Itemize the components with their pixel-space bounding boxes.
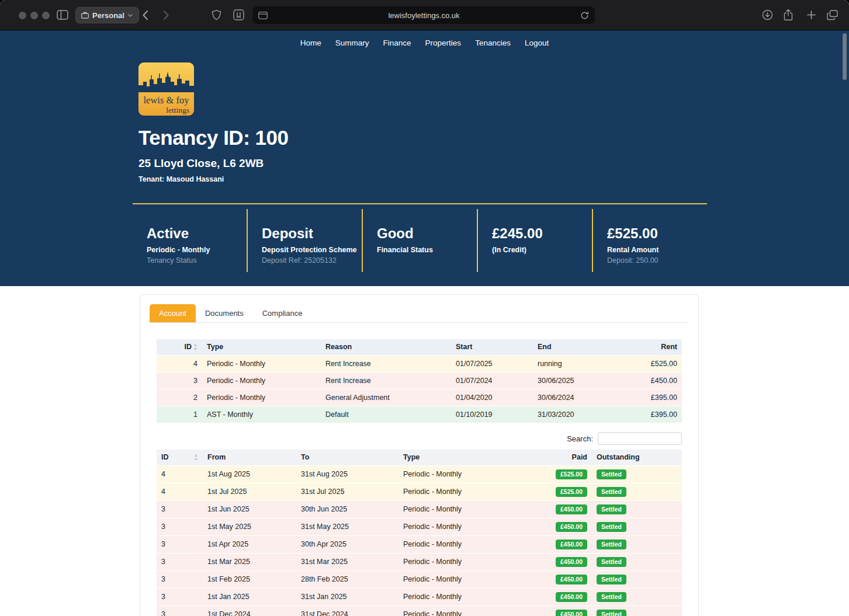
cell-from: 1st May 2025 xyxy=(203,518,296,535)
settled-badge: Settled xyxy=(597,487,626,497)
nav-link[interactable]: Finance xyxy=(383,39,411,47)
close-window-button[interactable] xyxy=(19,12,26,19)
zoom-window-button[interactable] xyxy=(42,12,50,19)
cell-id: 4 xyxy=(157,483,203,500)
property-address: 25 Lloyd Close, L6 2WB xyxy=(138,156,707,170)
table-header-row: ID Type Reason Start End Rent xyxy=(157,339,682,355)
tab[interactable]: Account xyxy=(150,304,196,322)
settled-badge: Settled xyxy=(597,540,626,549)
address-bar[interactable]: lewisfoylettings.co.uk xyxy=(252,6,595,24)
tab[interactable]: Documents xyxy=(196,304,253,322)
stat-caption: Deposit: 250.00 xyxy=(607,256,702,265)
nav-link[interactable]: Summary xyxy=(335,39,369,47)
column-header-type[interactable]: Type xyxy=(398,450,505,465)
nav-link[interactable]: Tenancies xyxy=(475,39,511,47)
rent-term-row: 2 Periodic - Monthly General Adjustment … xyxy=(157,389,682,406)
cell-id: 3 xyxy=(157,518,203,535)
cell-end: 31/03/2020 xyxy=(533,406,615,423)
settled-badge: Settled xyxy=(597,610,626,616)
search-input[interactable] xyxy=(598,432,682,445)
stat-sublabel: Deposit Protection Scheme xyxy=(262,246,357,255)
cell-reason: Rent Increase xyxy=(321,372,451,389)
stat-value: Deposit xyxy=(262,225,357,242)
cell-to: 28th Feb 2025 xyxy=(296,570,398,588)
cell-from: 1st Aug 2025 xyxy=(203,465,296,483)
browser-toolbar: Personal lewisfoylettings.co.uk xyxy=(0,0,849,30)
settled-badge: Settled xyxy=(597,469,626,479)
stat-caption: Deposit Ref: 25205132 xyxy=(262,256,357,265)
payment-row: 4 1st Aug 2025 31st Aug 2025 Periodic - … xyxy=(157,465,682,483)
column-header-from[interactable]: From xyxy=(203,450,296,465)
payment-row: 3 1st Mar 2025 31st Mar 2025 Periodic - … xyxy=(157,553,682,570)
downloads-button[interactable] xyxy=(762,9,773,20)
column-header-label: ID xyxy=(161,453,169,461)
site-logo: lewis & foy lettings xyxy=(138,62,194,116)
column-header-end[interactable]: End xyxy=(533,339,615,355)
profile-button[interactable]: Personal xyxy=(75,7,139,23)
rent-terms-table: ID Type Reason Start End Rent 4 Periodic… xyxy=(157,339,682,423)
column-header-rent[interactable]: Rent xyxy=(615,339,682,355)
cell-to: 31st May 2025 xyxy=(296,518,398,535)
cell-id: 2 xyxy=(157,389,202,406)
column-header-to[interactable]: To xyxy=(296,450,398,465)
cell-to: 31st Mar 2025 xyxy=(296,553,398,570)
payment-row: 3 1st Feb 2025 28th Feb 2025 Periodic - … xyxy=(157,570,682,588)
cell-type: Periodic - Monthly xyxy=(202,372,321,389)
nav-link[interactable]: Properties xyxy=(425,39,462,47)
cell-id: 3 xyxy=(157,500,203,518)
nav-link[interactable]: Logout xyxy=(525,39,549,47)
cell-type: Periodic - Monthly xyxy=(398,570,505,588)
stat-caption: Tenancy Status xyxy=(147,256,242,265)
sidebar-toggle-icon[interactable] xyxy=(57,10,68,20)
payment-row: 3 1st Jun 2025 30th Jun 2025 Periodic - … xyxy=(157,500,682,518)
cell-end: 30/06/2024 xyxy=(533,389,615,406)
share-button[interactable] xyxy=(784,9,793,21)
stat-sublabel: (In Credit) xyxy=(492,246,587,255)
rent-term-row: 3 Periodic - Monthly Rent Increase 01/07… xyxy=(157,372,682,389)
cell-id: 3 xyxy=(157,570,203,588)
column-header-label: ID xyxy=(185,343,192,351)
sort-icon xyxy=(194,454,198,461)
paid-badge: £450.00 xyxy=(556,504,587,514)
rent-term-row: 4 Periodic - Monthly Rent Increase 01/07… xyxy=(157,355,682,372)
cell-to: 31st Dec 2024 xyxy=(296,605,398,616)
stat-sublabel: Periodic - Monthly xyxy=(147,246,242,255)
reload-button[interactable] xyxy=(580,11,589,20)
cell-id: 4 xyxy=(157,465,203,483)
minimize-window-button[interactable] xyxy=(30,12,38,19)
privacy-shield-icon[interactable] xyxy=(212,9,221,20)
tab[interactable]: Compliance xyxy=(253,304,312,322)
column-header-reason[interactable]: Reason xyxy=(321,339,451,355)
page-icon xyxy=(258,12,268,19)
paid-badge: £450.00 xyxy=(556,575,587,584)
nav-link[interactable]: Home xyxy=(300,39,321,47)
tab-overview-button[interactable] xyxy=(827,10,838,20)
column-header-id[interactable]: ID xyxy=(157,339,202,355)
page-scrollbar-thumb[interactable] xyxy=(843,33,847,80)
column-header-outstanding[interactable]: Outstanding xyxy=(592,450,682,465)
paid-badge: £450.00 xyxy=(556,610,587,616)
back-button[interactable] xyxy=(142,10,148,20)
cell-id: 3 xyxy=(157,553,203,570)
column-header-paid[interactable]: Paid xyxy=(505,450,592,465)
column-header-id[interactable]: ID xyxy=(157,450,203,465)
column-header-type[interactable]: Type xyxy=(202,339,321,355)
cell-to: 31st Jul 2025 xyxy=(296,483,398,500)
settled-badge: Settled xyxy=(597,504,626,514)
cell-end: running xyxy=(533,355,615,372)
cell-reason: General Adjustment xyxy=(321,389,451,406)
new-tab-button[interactable] xyxy=(806,10,816,20)
cell-type: Periodic - Monthly xyxy=(202,389,321,406)
cell-to: 31st Jan 2025 xyxy=(296,588,398,605)
column-header-start[interactable]: Start xyxy=(451,339,533,355)
tenancy-card: Account Documents Compliance ID Type R xyxy=(140,294,699,616)
cell-to: 30th Apr 2025 xyxy=(296,535,398,553)
forward-button[interactable] xyxy=(163,10,169,20)
cell-from: 1st Jan 2025 xyxy=(203,588,296,605)
cell-id: 4 xyxy=(157,355,202,372)
stat-card: Good Financial Status xyxy=(362,209,477,272)
cell-type: Periodic - Monthly xyxy=(398,605,505,616)
tab-bar: Account Documents Compliance xyxy=(150,304,689,323)
cell-id: 3 xyxy=(157,588,203,605)
reader-icon[interactable] xyxy=(233,9,244,20)
